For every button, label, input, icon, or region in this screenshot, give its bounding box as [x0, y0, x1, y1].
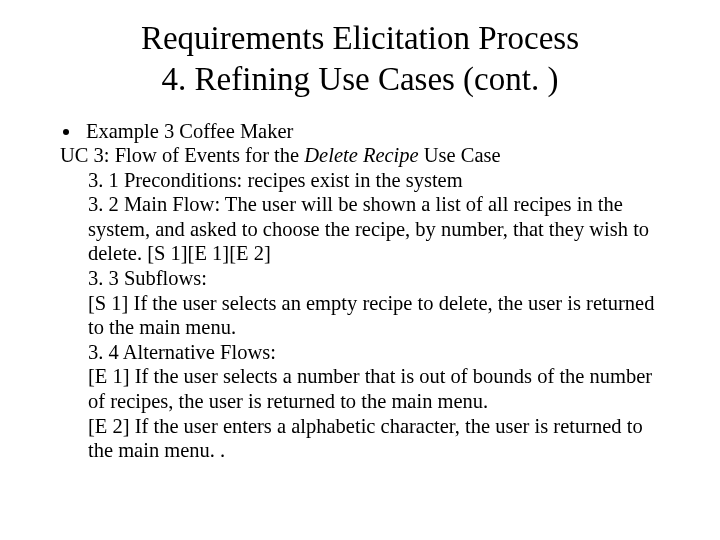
- slide: Requirements Elicitation Process 4. Refi…: [0, 0, 720, 540]
- uc-prefix: UC 3: Flow of Events for the: [60, 144, 304, 166]
- subflow-s1: [S 1] If the user selects an empty recip…: [88, 291, 666, 340]
- use-case-heading: UC 3: Flow of Events for the Delete Reci…: [60, 143, 666, 168]
- mainflow-line: 3. 2 Main Flow: The user will be shown a…: [88, 192, 666, 266]
- bullet-item-1: Example 3 Coffee Maker: [82, 119, 666, 144]
- altflow-e2: [E 2] If the user enters a alphabetic ch…: [88, 414, 666, 463]
- altflows-heading: 3. 4 Alternative Flows:: [88, 340, 666, 365]
- bullet-list: Example 3 Coffee Maker: [54, 119, 666, 144]
- slide-body: Example 3 Coffee Maker UC 3: Flow of Eve…: [54, 119, 666, 463]
- altflow-e1: [E 1] If the user selects a number that …: [88, 364, 666, 413]
- preconditions-line: 3. 1 Preconditions: recipes exist in the…: [88, 168, 666, 193]
- uc-details: 3. 1 Preconditions: recipes exist in the…: [88, 168, 666, 463]
- title-line-1: Requirements Elicitation Process: [141, 20, 579, 56]
- bullet-text-1: Example 3 Coffee Maker: [86, 120, 293, 142]
- slide-title: Requirements Elicitation Process 4. Refi…: [54, 18, 666, 101]
- uc-italic: Delete Recipe: [304, 144, 418, 166]
- uc-suffix: Use Case: [419, 144, 501, 166]
- title-line-2: 4. Refining Use Cases (cont. ): [162, 61, 559, 97]
- subflows-heading: 3. 3 Subflows:: [88, 266, 666, 291]
